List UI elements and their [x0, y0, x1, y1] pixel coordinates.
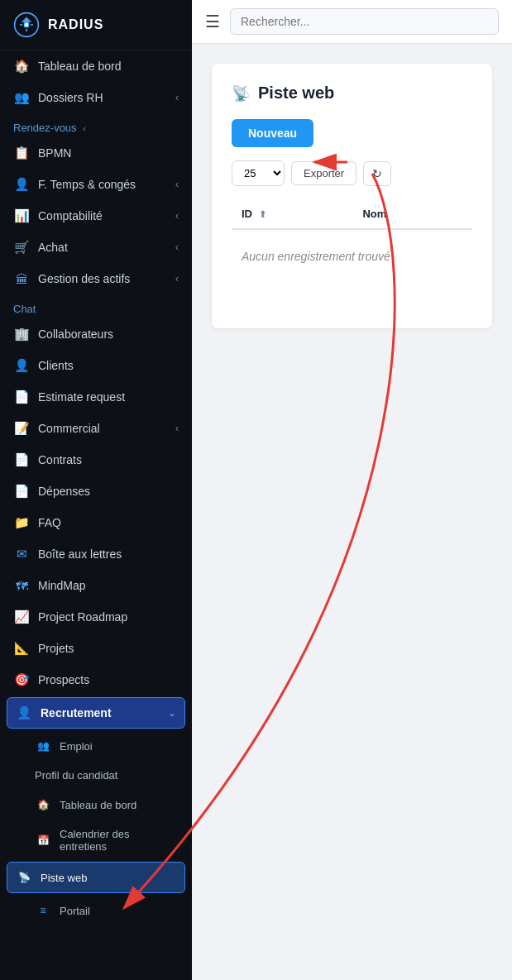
- sidebar-item-temps-conges[interactable]: 👤 F. Temps & congés ‹: [0, 169, 192, 200]
- sidebar-label-depenses: Dépenses: [38, 485, 90, 498]
- sidebar-label-boite-lettres: Boîte aux lettres: [38, 547, 122, 561]
- hamburger-button[interactable]: ☰: [205, 12, 220, 31]
- sidebar-item-bpmn[interactable]: 📋 BPMN: [0, 137, 192, 169]
- sidebar-item-portail[interactable]: ≡ Portail: [0, 895, 192, 926]
- estimate-icon: 📄: [13, 389, 30, 405]
- sidebar-label-achat: Achat: [38, 241, 68, 254]
- sidebar-item-clients[interactable]: 👤 Clients: [0, 350, 192, 381]
- export-button[interactable]: Exporter: [291, 161, 356, 185]
- refresh-button[interactable]: ↻: [363, 161, 391, 186]
- sidebar-label-estimate-request: Estimate request: [38, 390, 125, 404]
- sidebar-label-collaborateurs: Collaborateurs: [38, 327, 113, 341]
- column-id[interactable]: ID ⬆: [232, 199, 352, 229]
- sidebar-label-emploi: Emploi: [60, 740, 93, 753]
- sidebar-item-profil-candidat[interactable]: Profil du candidat: [0, 762, 192, 789]
- sidebar-item-calendrier-entretiens[interactable]: 📅 Calendrier des entretiens: [0, 820, 192, 860]
- toolbar: Nouveau: [232, 119, 472, 147]
- sidebar-label-calendrier-entretiens: Calendrier des entretiens: [60, 828, 179, 853]
- sidebar-item-comptabilite[interactable]: 📊 Comptabilité ‹: [0, 200, 192, 232]
- sort-icon: ⬆: [259, 209, 266, 219]
- sidebar-item-dossiers-rh[interactable]: 👥 Dossiers RH ‹: [0, 82, 192, 113]
- logo-icon: [13, 12, 40, 38]
- home-icon: 🏠: [13, 58, 30, 74]
- sidebar-item-project-roadmap[interactable]: 📈 Project Roadmap: [0, 601, 192, 633]
- projets-icon: 📐: [13, 640, 30, 657]
- sidebar-item-depenses[interactable]: 📄 Dépenses: [0, 476, 192, 507]
- sidebar-label-contrats: Contrats: [38, 453, 82, 466]
- sidebar-item-commercial[interactable]: 📝 Commercial ‹: [0, 413, 192, 444]
- faq-icon: 📁: [13, 514, 30, 531]
- compta-icon: 📊: [13, 208, 30, 224]
- page-title-text: Piste web: [258, 84, 334, 103]
- collab-icon: 🏢: [13, 326, 30, 342]
- sidebar-label-recrutement: Recrutement: [41, 706, 112, 719]
- sidebar-label-tableau-de-bord-sub: Tableau de bord: [60, 799, 136, 811]
- sidebar-item-gestion-actifs[interactable]: 🏛 Gestion des actifs ‹: [0, 263, 192, 294]
- sidebar-label-clients: Clients: [38, 359, 74, 372]
- sidebar-label-temps-conges: F. Temps & congés: [38, 178, 136, 191]
- page-size-select[interactable]: 25 50 100: [232, 160, 285, 186]
- rendez-vous-chevron: ‹: [83, 123, 86, 133]
- data-table: ID ⬆ Nom Aucun enregistrement trouvé: [232, 199, 472, 283]
- sidebar-label-prospects: Prospects: [38, 673, 89, 686]
- bpmn-icon: 📋: [13, 145, 30, 161]
- sidebar-label-piste-web: Piste web: [41, 872, 87, 884]
- piste-web-icon: 📡: [16, 869, 32, 886]
- emploi-icon: 👥: [35, 738, 51, 754]
- sidebar-item-boite-lettres[interactable]: ✉ Boîte aux lettres: [0, 538, 192, 570]
- sidebar-item-piste-web[interactable]: 📡 Piste web: [7, 862, 185, 893]
- main-content: ☰ 📡 Piste web Nouveau 25 50: [192, 0, 512, 980]
- chevron-down-icon: ⌄: [168, 707, 176, 719]
- page-title: 📡 Piste web: [232, 84, 472, 103]
- clients-icon: 👤: [13, 357, 30, 374]
- nouveau-button[interactable]: Nouveau: [232, 119, 313, 147]
- chevron-icon: ‹: [175, 273, 179, 284]
- logo-area: RADIUS: [0, 0, 192, 50]
- depenses-icon: 📄: [13, 483, 30, 500]
- sidebar-item-faq[interactable]: 📁 FAQ: [0, 507, 192, 538]
- sidebar-item-emploi[interactable]: 👥 Emploi: [0, 730, 192, 762]
- sidebar-item-tableau-de-bord[interactable]: 🏠 Tableau de bord: [0, 50, 192, 82]
- sidebar-item-prospects[interactable]: 🎯 Prospects: [0, 664, 192, 696]
- column-nom[interactable]: Nom: [352, 199, 472, 229]
- chevron-icon: ‹: [175, 210, 179, 222]
- contrats-icon: 📄: [13, 452, 30, 468]
- svg-point-2: [25, 23, 29, 27]
- sidebar-item-tableau-de-bord-sub[interactable]: 🏠 Tableau de bord: [0, 789, 192, 820]
- sidebar-item-mindmap[interactable]: 🗺 MindMap: [0, 570, 192, 601]
- sidebar-item-contrats[interactable]: 📄 Contrats: [0, 444, 192, 476]
- sidebar-label-mindmap: MindMap: [38, 579, 86, 592]
- sidebar-item-recrutement[interactable]: 👤 Recrutement ⌄: [7, 697, 185, 729]
- recrutement-icon: 👤: [16, 705, 32, 721]
- sidebar-item-projets[interactable]: 📐 Projets: [0, 633, 192, 664]
- chevron-icon: ‹: [175, 241, 179, 253]
- home2-icon: 🏠: [35, 796, 51, 813]
- mail-icon: ✉: [13, 546, 30, 562]
- sidebar-label-projets: Projets: [38, 642, 74, 655]
- actifs-icon: 🏛: [13, 270, 30, 287]
- app-name: RADIUS: [48, 17, 103, 32]
- sidebar-label-commercial: Commercial: [38, 422, 100, 435]
- sidebar-label-gestion-actifs: Gestion des actifs: [38, 272, 130, 285]
- section-rendez-vous: Rendez-vous ‹: [0, 113, 192, 137]
- page-content: 📡 Piste web Nouveau 25 50 100 Exporter ↻: [192, 44, 512, 980]
- commercial-icon: 📝: [13, 420, 30, 437]
- sidebar: RADIUS 🏠 Tableau de bord 👥 Dossiers RH ‹…: [0, 0, 192, 980]
- sidebar-label-tableau-de-bord: Tableau de bord: [38, 60, 121, 73]
- empty-message: Aucun enregistrement trouvé: [232, 229, 472, 283]
- temps-icon: 👤: [13, 176, 30, 193]
- section-chat: Chat: [0, 294, 192, 318]
- sidebar-item-collaborateurs[interactable]: 🏢 Collaborateurs: [0, 318, 192, 350]
- empty-row: Aucun enregistrement trouvé: [232, 229, 472, 283]
- portail-icon: ≡: [35, 902, 51, 919]
- achat-icon: 🛒: [13, 239, 30, 256]
- roadmap-icon: 📈: [13, 609, 30, 625]
- sidebar-item-estimate-request[interactable]: 📄 Estimate request: [0, 381, 192, 413]
- sidebar-label-profil-candidat: Profil du candidat: [35, 769, 117, 782]
- sidebar-item-achat[interactable]: 🛒 Achat ‹: [0, 232, 192, 263]
- page-card: 📡 Piste web Nouveau 25 50 100 Exporter ↻: [212, 64, 492, 328]
- sidebar-label-faq: FAQ: [38, 516, 61, 529]
- chevron-icon: ‹: [175, 423, 179, 434]
- search-input[interactable]: [230, 8, 499, 35]
- dossiers-icon: 👥: [13, 89, 30, 106]
